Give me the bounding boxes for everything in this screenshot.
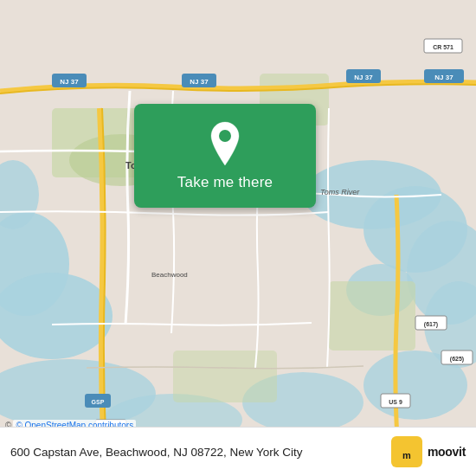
map-background: NJ 37 NJ 37 NJ 37 NJ 37 GSP US 9 US 9 CR… xyxy=(0,0,476,476)
take-me-there-button[interactable]: Take me there xyxy=(134,104,316,208)
map-container: NJ 37 NJ 37 NJ 37 NJ 37 GSP US 9 US 9 CR… xyxy=(0,0,476,476)
svg-rect-17 xyxy=(173,351,277,402)
moovit-wordmark: moovit xyxy=(428,445,466,459)
svg-point-43 xyxy=(219,130,231,142)
svg-text:NJ 37: NJ 37 xyxy=(354,74,373,81)
map-pin-icon xyxy=(206,120,244,167)
moovit-logo: m moovit xyxy=(391,436,466,467)
address-line: 600 Capstan Ave, Beachwood, NJ 08722, Ne… xyxy=(10,446,302,459)
svg-text:(625): (625) xyxy=(450,356,464,363)
svg-text:(617): (617) xyxy=(424,321,438,328)
address-section: 600 Capstan Ave, Beachwood, NJ 08722, Ne… xyxy=(10,444,391,460)
svg-text:US 9: US 9 xyxy=(389,399,402,405)
svg-text:NJ 37: NJ 37 xyxy=(60,78,79,86)
svg-text:NJ 37: NJ 37 xyxy=(190,78,209,86)
svg-rect-16 xyxy=(329,281,415,351)
take-me-there-label: Take me there xyxy=(177,174,273,191)
svg-text:Toms River: Toms River xyxy=(320,188,360,196)
svg-text:CR 571: CR 571 xyxy=(433,44,453,50)
svg-text:NJ 37: NJ 37 xyxy=(434,74,453,81)
svg-text:m: m xyxy=(402,450,411,460)
moovit-icon: m xyxy=(391,436,422,467)
bottom-bar: 600 Capstan Ave, Beachwood, NJ 08722, Ne… xyxy=(0,427,476,476)
svg-text:GSP: GSP xyxy=(92,399,105,405)
svg-text:Beachwood: Beachwood xyxy=(151,271,188,279)
